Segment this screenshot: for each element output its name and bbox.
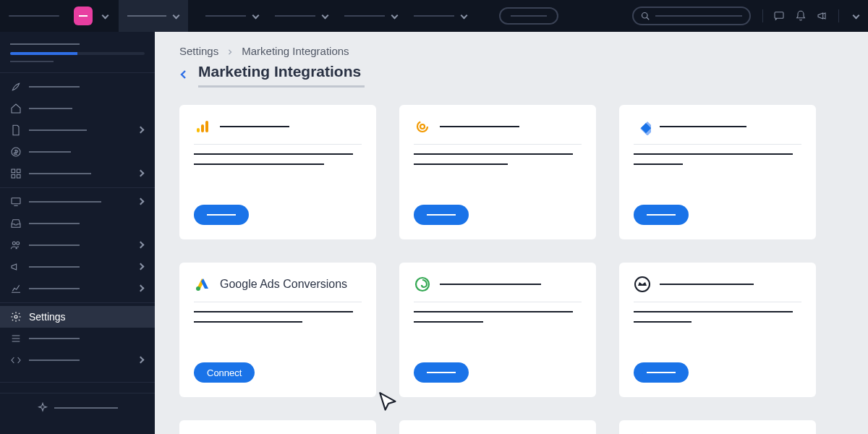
search-icon — [641, 12, 650, 20]
sidebar-item[interactable] — [0, 328, 155, 349]
sidebar-footer — [0, 382, 155, 434]
sidebar-item[interactable] — [0, 349, 155, 371]
svg-point-19 — [196, 286, 200, 291]
top-menu-item[interactable] — [205, 12, 259, 20]
active-project-tab[interactable] — [119, 0, 188, 32]
sidebar-item-settings[interactable]: Settings — [0, 306, 155, 328]
progress-bar — [10, 52, 145, 55]
code-icon — [10, 354, 22, 366]
megaphone-icon — [10, 261, 22, 273]
chevron-right-icon — [227, 45, 233, 57]
chevron-right-icon — [137, 285, 145, 292]
dollar-icon — [10, 146, 22, 158]
sidebar-item[interactable] — [0, 256, 155, 278]
chevron-right-icon — [137, 357, 145, 364]
svg-rect-14 — [205, 121, 208, 132]
bell-icon[interactable] — [795, 10, 807, 22]
chevron-down-icon — [460, 12, 467, 20]
chevron-down-icon — [852, 12, 859, 20]
chart-icon — [10, 283, 22, 294]
search-input[interactable] — [632, 7, 751, 25]
svg-rect-8 — [12, 198, 20, 204]
monitor-icon — [10, 196, 22, 208]
sidebar: Settings — [0, 32, 155, 434]
sidebar-item[interactable] — [0, 191, 155, 213]
gear-icon — [10, 311, 22, 323]
workspace-badge[interactable] — [74, 7, 93, 25]
rocket-icon — [10, 81, 22, 93]
sidebar-item[interactable] — [0, 213, 155, 234]
page-title-row: Marketing Integrations — [179, 63, 839, 88]
svg-point-15 — [417, 122, 427, 132]
chevron-down-icon[interactable] — [172, 12, 179, 20]
megaphone-icon[interactable] — [817, 10, 828, 22]
top-cta-pill[interactable] — [499, 7, 558, 25]
sidebar-footer-item[interactable] — [0, 396, 155, 420]
search-placeholder — [655, 15, 742, 17]
back-button[interactable] — [179, 69, 188, 82]
card-title — [660, 126, 746, 127]
chevron-right-icon — [137, 198, 145, 205]
top-icons — [762, 9, 839, 22]
sidebar-item[interactable] — [0, 163, 155, 184]
top-menu-item[interactable] — [344, 12, 398, 20]
integration-card — [179, 105, 376, 239]
svg-rect-4 — [12, 169, 15, 173]
top-left — [9, 0, 558, 32]
integrations-grid: Google Ads Conversions Connect — [179, 105, 839, 434]
connect-button[interactable]: Connect — [194, 362, 255, 383]
inbox-icon — [10, 218, 22, 229]
sidebar-section-title — [0, 39, 155, 52]
card-title — [440, 126, 519, 127]
connect-button[interactable] — [414, 362, 469, 383]
integration-card — [619, 263, 816, 397]
integration-card — [619, 420, 816, 434]
breadcrumb: Settings Marketing Integrations — [179, 45, 839, 57]
chevron-down-icon[interactable] — [101, 12, 109, 20]
connect-button[interactable] — [634, 362, 689, 383]
connect-button[interactable] — [634, 205, 689, 225]
breadcrumb-root[interactable]: Settings — [179, 45, 218, 57]
svg-point-11 — [14, 315, 17, 318]
top-menu-item[interactable] — [275, 12, 328, 20]
page-title: Marketing Integrations — [198, 63, 361, 88]
apps-icon — [10, 168, 22, 179]
chevron-right-icon — [137, 127, 145, 134]
svg-point-16 — [420, 124, 425, 129]
card-title — [440, 284, 541, 285]
svg-rect-7 — [17, 174, 20, 178]
svg-rect-6 — [12, 174, 15, 178]
connect-button[interactable] — [194, 205, 249, 225]
user-menu[interactable] — [849, 12, 859, 20]
connect-button[interactable] — [414, 205, 469, 225]
sidebar-settings-label: Settings — [29, 311, 66, 323]
top-menu — [205, 7, 558, 25]
sidebar-item[interactable] — [0, 119, 155, 141]
card-title: Google Ads Conversions — [220, 278, 347, 291]
svg-point-9 — [12, 242, 15, 244]
google-analytics-icon — [194, 118, 211, 135]
brand-wordmark — [9, 15, 59, 17]
chevron-down-icon — [391, 12, 398, 20]
sidebar-item[interactable] — [0, 98, 155, 119]
sidebar-item[interactable] — [0, 234, 155, 256]
chat-icon[interactable] — [773, 10, 785, 22]
main-content: Settings Marketing Integrations Marketin… — [155, 32, 868, 434]
users-icon — [10, 239, 22, 251]
chevron-right-icon — [137, 263, 145, 271]
chevron-down-icon — [321, 12, 328, 20]
integration-card — [399, 420, 596, 434]
integration-card — [179, 420, 376, 434]
svg-line-1 — [647, 17, 649, 20]
integration-card — [619, 105, 816, 239]
google-tag-manager-icon — [634, 118, 651, 135]
top-menu-item[interactable] — [414, 12, 467, 20]
home-icon — [10, 103, 22, 114]
sidebar-item[interactable] — [0, 141, 155, 163]
sidebar-item[interactable] — [0, 278, 155, 299]
google-ads-icon — [194, 276, 211, 293]
list-icon — [10, 333, 22, 344]
crown-icon — [634, 276, 651, 293]
integration-card — [399, 105, 596, 239]
sidebar-item[interactable] — [0, 76, 155, 98]
